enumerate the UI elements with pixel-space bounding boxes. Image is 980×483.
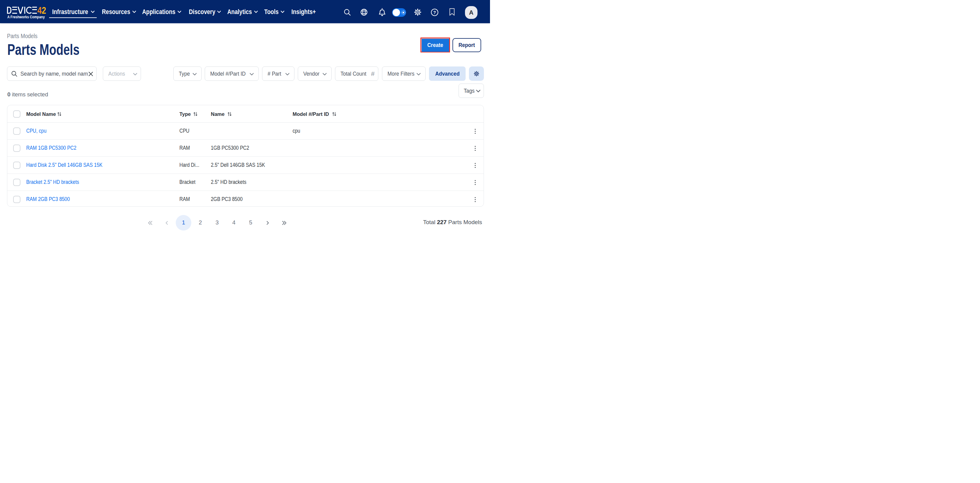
svg-text:42: 42 xyxy=(38,7,46,14)
svg-text:?: ? xyxy=(433,10,436,15)
